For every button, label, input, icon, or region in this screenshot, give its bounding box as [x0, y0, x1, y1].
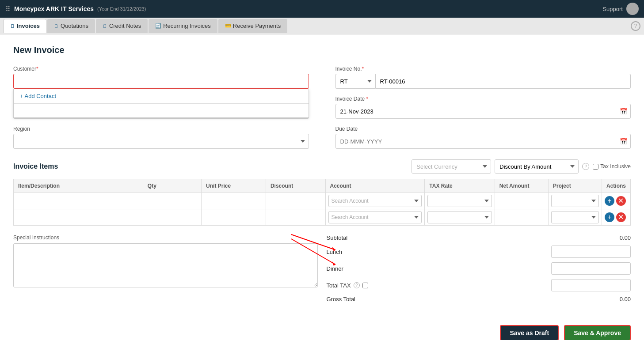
row1-unit-price-input[interactable] [204, 198, 263, 204]
invoice-date-calendar-icon[interactable]: 📅 [620, 108, 627, 115]
gross-total-value: 0.00 [595, 296, 631, 302]
gross-total-label: Gross Total [327, 296, 380, 302]
col-account: Account [325, 179, 425, 193]
invoice-no-label: Invoice No.* [335, 66, 631, 72]
row2-project[interactable] [549, 209, 602, 226]
row2-account[interactable]: Search Account [325, 209, 425, 226]
items-table: Item/Description Qty Unit Price Discount… [13, 179, 631, 226]
row2-add-btn[interactable]: + [605, 212, 614, 222]
region-label: Region [13, 126, 309, 132]
row1-qty-input[interactable] [146, 198, 198, 204]
row2-actions: + ✕ [602, 209, 630, 226]
total-tax-row: Total TAX ? [327, 279, 631, 291]
lunch-row: Lunch [327, 246, 631, 258]
row1-remove-btn[interactable]: ✕ [616, 196, 626, 206]
drag-icon: ⠿ [5, 5, 11, 13]
invoice-date-input[interactable] [335, 104, 631, 119]
invoice-no-input[interactable] [375, 74, 631, 89]
region-select[interactable] [13, 134, 309, 149]
row2-item[interactable] [14, 209, 143, 226]
row2-item-input[interactable] [16, 215, 140, 221]
row1-add-btn[interactable]: + [605, 196, 614, 206]
user-avatar[interactable] [626, 3, 639, 15]
row1-net-amount [495, 193, 548, 209]
row1-discount[interactable] [266, 193, 325, 209]
total-tax-input[interactable] [551, 279, 631, 291]
tab-quotations[interactable]: 🗒 Quotations [47, 19, 95, 33]
row1-item-input[interactable] [16, 198, 140, 204]
support-label[interactable]: Support [602, 6, 623, 12]
col-unit-price: Unit Price [202, 179, 266, 193]
customer-group: Customer* + Add Contact [13, 66, 309, 89]
tax-inclusive-checkbox[interactable] [593, 164, 598, 170]
row1-tax-select[interactable] [427, 195, 492, 207]
due-date-calendar-icon[interactable]: 📅 [620, 138, 627, 145]
tab-recurring-invoices-label: Recurring Invoices [163, 23, 211, 29]
customer-label: Customer* [13, 66, 309, 72]
total-tax-checkbox[interactable] [362, 283, 368, 288]
row2-discount-input[interactable] [269, 215, 323, 221]
row1-qty[interactable] [143, 193, 201, 209]
subtotal-value: 0.00 [595, 234, 631, 241]
total-tax-help-icon: ? [354, 282, 360, 288]
col-tax-rate: TAX Rate [425, 179, 495, 193]
save-draft-button[interactable]: Save as Draft [500, 325, 559, 340]
customer-input[interactable] [13, 74, 309, 89]
recurring-invoices-icon: 🔄 [155, 23, 161, 29]
lunch-input[interactable] [551, 246, 631, 258]
tab-quotations-label: Quotations [61, 23, 88, 29]
dinner-label: Dinner [327, 265, 380, 272]
total-tax-label: Total TAX [327, 282, 351, 289]
discount-select[interactable]: Discount By Amount [495, 159, 579, 174]
row1-tax[interactable] [425, 193, 495, 209]
row1-project-select[interactable] [551, 195, 599, 207]
currency-select[interactable]: Select Currency [412, 159, 491, 174]
special-instructions-textarea[interactable] [13, 243, 318, 287]
tab-receive-payments[interactable]: 💳 Receive Payments [218, 19, 287, 33]
tab-invoices-label: Invoices [17, 23, 40, 29]
row2-project-select[interactable] [551, 211, 599, 223]
due-date-input[interactable] [335, 134, 631, 149]
row2-unit-price[interactable] [202, 209, 266, 226]
row1-account-select[interactable]: Search Account [328, 195, 422, 207]
invoice-items-header: Invoice Items Select Currency Discount B… [13, 159, 631, 174]
page-title: New Invoice [13, 45, 631, 55]
row2-action-btns: + ✕ [605, 212, 628, 222]
row2-qty[interactable] [143, 209, 201, 226]
col-actions: Actions [602, 179, 630, 193]
tab-bar: 🗒 Invoices 🗒 Quotations 🗒 Credit Notes 🔄… [0, 18, 644, 34]
save-approve-button[interactable]: Save & Approve [564, 325, 631, 340]
invoice-date-group: Invoice Date * 📅 [335, 96, 631, 119]
row2-tax[interactable] [425, 209, 495, 226]
table-row: Search Account + ✕ [14, 193, 631, 209]
tab-invoices[interactable]: 🗒 Invoices [4, 19, 46, 33]
invoice-no-row: RT [335, 74, 631, 89]
col-project: Project [549, 179, 602, 193]
row2-unit-price-input[interactable] [204, 215, 263, 221]
invoice-items-title: Invoice Items [13, 162, 58, 170]
row2-account-select[interactable]: Search Account [328, 211, 422, 223]
row2-tax-select[interactable] [427, 211, 492, 223]
dinner-input[interactable] [551, 262, 631, 275]
invoice-no-group: Invoice No.* RT [335, 66, 631, 89]
add-contact-item[interactable]: + Add Contact [14, 89, 309, 103]
row2-remove-btn[interactable]: ✕ [616, 212, 626, 222]
due-date-group: Due Date 📅 [335, 126, 631, 149]
tax-inclusive-label[interactable]: Tax Inclusive [593, 163, 631, 170]
row2-discount[interactable] [266, 209, 325, 226]
row1-unit-price[interactable] [202, 193, 266, 209]
tab-credit-notes[interactable]: 🗒 Credit Notes [96, 19, 148, 33]
customer-dropdown: + Add Contact [13, 89, 309, 117]
row1-discount-input[interactable] [269, 198, 323, 204]
row1-project[interactable] [549, 193, 602, 209]
row1-account[interactable]: Search Account [325, 193, 425, 209]
region-group: Region [13, 126, 309, 149]
items-table-header: Item/Description Qty Unit Price Discount… [14, 179, 631, 193]
row2-qty-input[interactable] [146, 215, 198, 221]
help-icon[interactable]: ? [631, 21, 640, 31]
col-qty: Qty [143, 179, 201, 193]
row1-item[interactable] [14, 193, 143, 209]
special-instructions-label: Special Instructions [13, 234, 318, 241]
invoice-prefix-select[interactable]: RT [335, 74, 375, 89]
tab-recurring-invoices[interactable]: 🔄 Recurring Invoices [149, 19, 217, 33]
